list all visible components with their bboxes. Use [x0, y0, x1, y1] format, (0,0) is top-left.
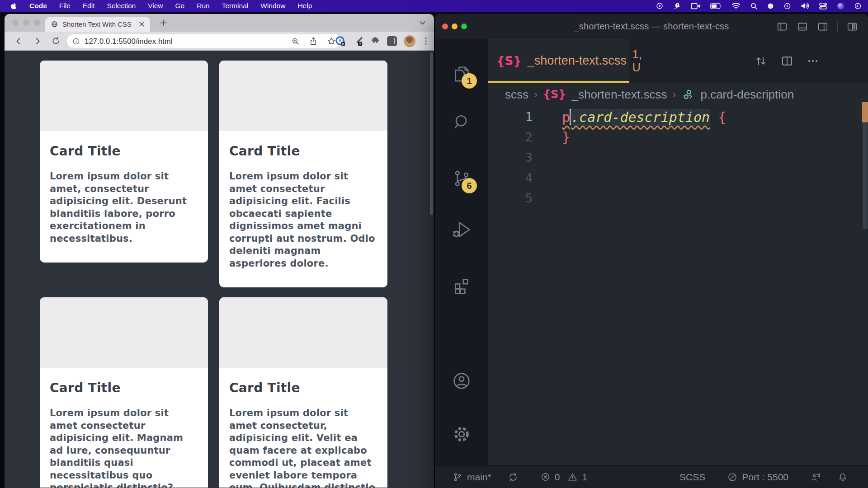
clock-icon[interactable] [854, 2, 862, 10]
tab-close-icon[interactable] [139, 21, 145, 27]
page-scrollbar[interactable] [430, 52, 433, 215]
screen-share-icon[interactable] [691, 2, 701, 10]
recording-dot-icon[interactable] [767, 3, 774, 9]
breadcrumb-symbol[interactable]: p.card-description [700, 88, 794, 102]
zoom-page-icon[interactable] [291, 37, 300, 46]
editor-tab-bar: {S} _shorten-text.scss 1, U [488, 39, 868, 83]
share-icon[interactable] [309, 37, 317, 46]
divider [837, 21, 838, 32]
menu-item-window[interactable]: Window [260, 2, 285, 10]
overview-ruler-warning-marker [862, 102, 868, 122]
wifi-icon[interactable] [731, 2, 741, 9]
extensions-icon[interactable] [451, 275, 472, 297]
password-manager-icon[interactable] [335, 36, 346, 47]
tab-filename: _shorten-text.scss [528, 54, 627, 68]
toggle-panel-icon[interactable] [797, 21, 808, 33]
menu-item-view[interactable]: View [148, 2, 163, 10]
scss-file-icon: {S} [543, 88, 566, 101]
site-info-icon[interactable] [72, 38, 80, 45]
play-circle-icon[interactable] [783, 2, 791, 10]
warning-count: 1 [582, 472, 587, 483]
card-description: Lorem ipsum dolor sit amet consectetur, … [229, 407, 377, 488]
card-description: Lorem ipsum dolor sit amet consectetur a… [229, 170, 377, 270]
browser-menu-icon[interactable] [422, 37, 429, 45]
url-text[interactable]: 127.0.0.1:5500/index.html [85, 37, 287, 46]
run-debug-icon[interactable] [451, 219, 472, 240]
profile-avatar[interactable] [404, 35, 415, 47]
menu-item-code[interactable]: Code [29, 2, 47, 10]
status-bar: main* 0 1 SCSS Port : 5500 [435, 465, 868, 488]
chevron-right-icon: › [534, 88, 538, 101]
source-control-icon[interactable]: 6 [451, 168, 472, 189]
reload-button[interactable] [51, 36, 61, 46]
menu-item-terminal[interactable]: Terminal [222, 2, 249, 10]
menu-item-help[interactable]: Help [297, 2, 312, 10]
editor-scrollbar[interactable] [863, 123, 868, 229]
toggle-secondary-sidebar-icon[interactable] [817, 21, 829, 33]
line-number: 4 [488, 171, 533, 185]
minimize-window-button[interactable] [23, 19, 29, 26]
notifications-bell-icon[interactable] [837, 472, 848, 483]
sync-changes-button[interactable] [508, 472, 519, 483]
activity-bar: 1 6 [435, 39, 488, 465]
extensions-puzzle-icon[interactable] [370, 36, 380, 46]
back-button[interactable] [14, 36, 24, 46]
tab-search-chevron-icon[interactable] [419, 20, 426, 26]
card: Card Title Lorem ipsum dolor sit amet, c… [40, 61, 208, 263]
menu-item-file[interactable]: File [59, 2, 71, 10]
menu-item-go[interactable]: Go [175, 2, 185, 10]
editor-tab[interactable]: {S} _shorten-text.scss 1, U [488, 39, 629, 83]
close-window-button[interactable] [12, 19, 19, 26]
line-number: 1 [488, 110, 533, 124]
menu-item-edit[interactable]: Edit [83, 2, 95, 10]
spotlight-search-icon[interactable] [750, 2, 758, 10]
code-area[interactable]: 1 p.card-description { 2 } 3 4 5 [488, 107, 868, 465]
siri-icon[interactable] [837, 2, 844, 10]
color-picker-icon[interactable] [353, 36, 363, 47]
vscode-title-bar: _shorten-text.scss — shorten-text-css [435, 14, 868, 39]
editor-group: {S} _shorten-text.scss 1, U scss [488, 39, 868, 465]
menu-item-run[interactable]: Run [197, 2, 209, 10]
account-icon[interactable] [451, 370, 472, 392]
language-mode[interactable]: SCSS [679, 472, 705, 483]
menu-item-selection[interactable]: Selection [107, 2, 136, 10]
error-count: 0 [555, 472, 560, 483]
card-image-placeholder [219, 61, 387, 131]
zoom-window-button[interactable] [34, 19, 40, 26]
explorer-icon[interactable]: 1 [451, 63, 472, 84]
line-number: 5 [488, 191, 533, 205]
reading-list-icon[interactable] [387, 36, 397, 46]
toggle-primary-sidebar-icon[interactable] [776, 21, 788, 33]
menu-status-icons [656, 2, 862, 10]
customize-layout-icon[interactable] [846, 21, 858, 33]
control-center-icon[interactable] [819, 2, 827, 10]
card: Card Title Lorem ipsum dolor sit amet co… [219, 61, 387, 287]
git-branch-status[interactable]: main* [452, 472, 491, 483]
open-changes-icon[interactable] [754, 54, 768, 68]
battery-icon[interactable] [710, 3, 722, 9]
vscode-window: _shorten-text.scss — shorten-text-css 1 [435, 14, 868, 488]
new-tab-button[interactable] [159, 19, 168, 27]
card-title: Card Title [229, 380, 377, 395]
split-editor-icon[interactable] [780, 54, 794, 68]
record-target-icon[interactable] [656, 2, 664, 10]
more-actions-icon[interactable] [807, 55, 819, 67]
breadcrumb-folder[interactable]: scss [505, 88, 528, 102]
card-description: Lorem ipsum dolor sit amet consectetur a… [50, 407, 197, 488]
feedback-icon[interactable] [810, 472, 821, 483]
card-image-placeholder [40, 61, 208, 131]
search-icon[interactable] [451, 111, 472, 133]
apple-menu-icon[interactable] [10, 1, 18, 10]
breadcrumb-file[interactable]: _shorten-text.scss [571, 88, 667, 102]
address-bar[interactable]: 127.0.0.1:5500/index.html [67, 34, 341, 48]
browser-tab[interactable]: Shorten Text With CSS [45, 17, 150, 32]
menu-items: Code File Edit Selection View Go Run Ter… [29, 2, 312, 10]
rocket-icon[interactable] [673, 2, 681, 10]
settings-gear-icon[interactable] [451, 423, 472, 445]
forward-button[interactable] [33, 36, 42, 46]
bookmark-star-icon[interactable] [327, 37, 336, 46]
problems-status[interactable]: 0 1 [540, 472, 587, 483]
live-server-port[interactable]: Port : 5500 [727, 472, 788, 483]
card-description: Lorem ipsum dolor sit amet, consectetur … [50, 170, 197, 245]
volume-icon[interactable] [801, 2, 809, 9]
